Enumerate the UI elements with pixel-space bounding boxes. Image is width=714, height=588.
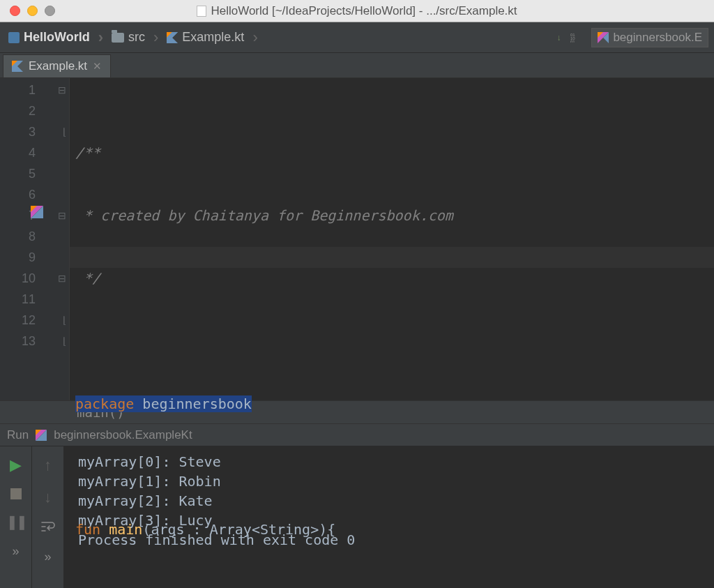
line-number[interactable]: 12⌊ <box>0 310 69 331</box>
run-tool-label: Run <box>7 428 29 442</box>
editor: 1⊟ 2 3⌊ 4 5 6 7⊟ 8 9 10⊟ 11 12⌊ 13⌊ /** … <box>0 78 714 400</box>
fold-icon[interactable]: ⊟ <box>58 84 66 96</box>
zoom-window-button[interactable] <box>45 6 55 16</box>
line-number[interactable]: 9 <box>0 247 69 268</box>
gutter[interactable]: 1⊟ 2 3⌊ 4 5 6 7⊟ 8 9 10⊟ 11 12⌊ 13⌊ <box>0 78 70 400</box>
scroll-down-button[interactable]: ↓ <box>44 488 52 506</box>
fold-end-icon[interactable]: ⌊ <box>63 126 66 137</box>
breadcrumb-separator: › <box>94 29 103 47</box>
editor-tab[interactable]: Example.kt ✕ <box>3 54 111 77</box>
navigation-bar: HelloWorld › src › Example.kt › ↓ 011001… <box>0 22 714 53</box>
breadcrumb-file-label: Example.kt <box>182 30 244 45</box>
svg-text:01: 01 <box>570 40 575 43</box>
binary-icon[interactable]: 011001 <box>570 33 582 43</box>
line-number[interactable]: 6 <box>0 184 69 205</box>
pause-button[interactable]: ❚❚ <box>6 513 26 530</box>
fold-icon[interactable]: ⊟ <box>58 273 66 284</box>
kotlin-icon <box>36 430 47 441</box>
stop-button[interactable] <box>10 488 22 499</box>
line-number[interactable]: 11 <box>0 289 69 310</box>
folder-icon <box>112 33 124 43</box>
module-icon <box>8 32 20 43</box>
line-number[interactable]: 13⌊ <box>0 331 69 352</box>
line-number[interactable]: 5 <box>0 163 69 184</box>
breadcrumb-separator: › <box>149 29 158 47</box>
more-button[interactable]: » <box>12 544 19 559</box>
code-area[interactable]: /** * created by Chaitanya for Beginners… <box>70 78 714 400</box>
breadcrumb-project[interactable]: HelloWorld › <box>6 29 106 47</box>
titlebar: HelloWorld [~/IdeaProjects/HelloWorld] -… <box>0 0 714 22</box>
kotlin-file-icon <box>12 61 23 72</box>
kotlin-icon <box>598 32 609 43</box>
line-number[interactable]: 3⌊ <box>0 121 69 142</box>
rerun-button[interactable]: ▶ <box>10 456 22 474</box>
breadcrumb-file[interactable]: Example.kt › <box>164 29 260 47</box>
fold-end-icon[interactable]: ⌊ <box>63 315 66 326</box>
breadcrumb-folder[interactable]: src › <box>109 29 161 47</box>
soft-wrap-button[interactable] <box>41 520 55 536</box>
scroll-up-button[interactable]: ↑ <box>44 456 52 474</box>
line-number[interactable]: 10⊟ <box>0 268 69 289</box>
breadcrumb-project-label: HelloWorld <box>24 30 90 45</box>
close-tab-icon[interactable]: ✕ <box>93 60 102 73</box>
window-title: HelloWorld [~/IdeaProjects/HelloWorld] -… <box>0 4 714 18</box>
line-number[interactable]: 1⊟ <box>0 80 69 100</box>
run-gutter-icon[interactable] <box>31 206 43 218</box>
window-title-text: HelloWorld [~/IdeaProjects/HelloWorld] -… <box>211 4 517 18</box>
line-number[interactable]: 2 <box>0 100 69 121</box>
breadcrumb-folder-label: src <box>128 30 145 45</box>
breadcrumb-separator: › <box>248 29 257 47</box>
minimize-window-button[interactable] <box>27 6 38 16</box>
fold-end-icon[interactable]: ⌊ <box>63 336 66 347</box>
kotlin-file-icon <box>167 32 178 43</box>
editor-tab-bar: Example.kt ✕ <box>0 53 714 78</box>
run-configuration-label: beginnersbook.E <box>613 31 702 45</box>
window-controls <box>0 6 55 16</box>
sort-icon[interactable]: ↓ <box>556 35 561 40</box>
current-line-highlight <box>70 247 714 268</box>
close-window-button[interactable] <box>10 6 20 16</box>
file-icon <box>197 6 206 17</box>
fold-icon[interactable]: ⊟ <box>58 210 66 221</box>
line-number[interactable]: 8 <box>0 226 69 247</box>
run-toolbar-left: ▶ ❚❚ » <box>0 446 32 588</box>
line-number[interactable]: 4 <box>0 142 69 163</box>
run-toolbar-right: ↑ ↓ » <box>32 446 64 588</box>
more-button[interactable]: » <box>44 550 51 564</box>
run-configuration-selector[interactable]: beginnersbook.E <box>591 28 708 47</box>
editor-tab-label: Example.kt <box>29 59 87 73</box>
